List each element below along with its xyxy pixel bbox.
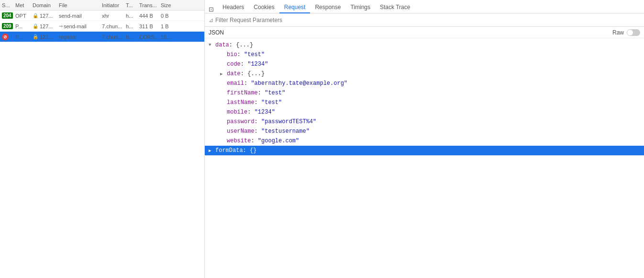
- tabs-bar: ⊡ Headers Cookies Request Response Timin…: [205, 0, 644, 13]
- filter-bar: ⊿: [205, 13, 644, 27]
- trans-cell: 311 B: [139, 23, 161, 29]
- col-header-file: File: [59, 2, 102, 8]
- domain-cell: 🔒 127...: [33, 34, 59, 40]
- file-cell: send-mail: [59, 13, 102, 19]
- status-cell: 204: [2, 12, 15, 19]
- json-tree-line: ▶ password : "passwordTEST%4": [205, 117, 644, 127]
- json-tree-line: ▶ bio : "test": [205, 50, 644, 59]
- domain-text: 127...: [40, 13, 53, 19]
- raw-toggle-area: Raw: [612, 29, 640, 36]
- json-brace: {...}: [247, 70, 265, 77]
- json-brace: {...}: [236, 42, 253, 48]
- domain-text: 127...: [40, 23, 53, 29]
- filter-input[interactable]: [215, 17, 640, 23]
- size-cell: 0 B: [161, 13, 179, 19]
- json-tree-line: ▶ firstName : "test": [205, 88, 644, 98]
- json-key: mobile: [227, 109, 247, 116]
- json-value: "google.com": [258, 138, 299, 144]
- col-header-type: T...: [126, 2, 139, 8]
- json-label: JSON: [209, 29, 224, 36]
- json-value: "test": [265, 90, 285, 96]
- json-tree-line: ▶ date : {...}: [205, 69, 644, 79]
- json-tree-line: ▶ lastName : "test": [205, 98, 644, 107]
- json-key: email: [227, 80, 244, 87]
- file-cell: ⇒ send-mail: [59, 23, 102, 29]
- json-colon: :: [237, 51, 244, 58]
- status-cell: ⊘: [2, 34, 15, 40]
- tab-stacktrace[interactable]: Stack Trace: [375, 2, 415, 13]
- json-colon: :: [251, 138, 257, 144]
- size-cell: 1 B: [161, 23, 179, 29]
- domain-text: 127...: [40, 34, 53, 40]
- table-row[interactable]: 209 P... 🔒 127... ⇒ send-mail 7.chun... …: [0, 21, 204, 32]
- json-colon: :: [258, 90, 265, 96]
- json-value: "passwordTEST%4": [261, 118, 316, 125]
- json-key: userName: [227, 128, 255, 135]
- json-key: date: [227, 70, 241, 77]
- type-cell: h...: [126, 13, 139, 19]
- json-key: formData: [215, 147, 243, 154]
- table-row[interactable]: ⊘ P... 🔒 127... register 7.chun... h... …: [0, 32, 204, 42]
- init-cell: xhr: [102, 13, 126, 19]
- tab-headers[interactable]: Headers: [218, 2, 249, 13]
- json-key: code: [227, 61, 241, 68]
- type-cell: h...: [126, 34, 139, 40]
- expand-arrow[interactable]: ▼: [209, 43, 215, 47]
- json-key: bio: [227, 51, 237, 58]
- json-tree-line-selected: ▶ formData : {}: [205, 146, 644, 155]
- json-value: "abernathy.tate@example.org": [251, 80, 347, 87]
- file-cell: register: [59, 34, 102, 40]
- json-key: website: [227, 138, 251, 144]
- status-badge: 209: [2, 23, 13, 29]
- init-cell: 7.chun...: [102, 34, 126, 40]
- table-row[interactable]: 204 OPT 🔒 127... send-mail xhr h... 444 …: [0, 11, 204, 21]
- col-header-method: Met: [15, 2, 33, 8]
- lock-icon: 🔒: [33, 34, 38, 39]
- lock-icon: 🔒: [33, 23, 38, 29]
- domain-cell: 🔒 127...: [33, 13, 59, 19]
- json-key: data: [215, 42, 229, 48]
- expand-arrow[interactable]: ▶: [220, 71, 227, 77]
- expand-arrow[interactable]: ▶: [209, 148, 215, 153]
- tab-timings[interactable]: Timings: [345, 2, 375, 13]
- raw-toggle[interactable]: [627, 29, 640, 36]
- col-header-domain: Domain: [33, 2, 59, 8]
- json-key: password: [227, 118, 255, 125]
- json-tree-line: ▶ mobile : "1234": [205, 107, 644, 117]
- network-panel: S... Met Domain File Initiator T... Tran…: [0, 0, 205, 278]
- col-header-status: S...: [2, 2, 15, 8]
- lock-icon: 🔒: [33, 13, 38, 18]
- json-colon: :: [247, 109, 254, 116]
- method-cell: OPT: [15, 13, 33, 19]
- json-colon: :: [255, 128, 261, 135]
- method-cell: P...: [15, 34, 33, 40]
- trans-cell: CORS...: [139, 34, 161, 40]
- blocked-icon: ⊘: [2, 34, 9, 40]
- json-colon: :: [255, 118, 261, 125]
- status-badge: 204: [2, 12, 13, 19]
- tab-cookies[interactable]: Cookies: [249, 2, 279, 13]
- table-header: S... Met Domain File Initiator T... Tran…: [0, 0, 204, 11]
- json-value: "test": [261, 99, 282, 106]
- col-header-size: Size: [161, 2, 179, 8]
- json-tree-line: ▶ email : "abernathy.tate@example.org": [205, 79, 644, 88]
- json-colon: :: [244, 80, 251, 87]
- json-tree-line: ▶ code : "1234": [205, 59, 644, 69]
- json-value: "testusername": [261, 128, 310, 135]
- redirect-icon: ⇒: [59, 23, 63, 29]
- col-header-init: Initiator: [102, 2, 126, 8]
- json-colon: :: [241, 61, 247, 68]
- json-tree-line: ▶ userName : "testusername": [205, 127, 644, 136]
- json-colon: :: [229, 42, 236, 48]
- json-colon: :: [241, 70, 247, 77]
- json-colon: :: [255, 99, 261, 106]
- json-tree-line: ▼ data : {...}: [205, 40, 644, 50]
- json-key: lastName: [227, 99, 255, 106]
- file-text: send-mail: [64, 23, 87, 29]
- detail-panel: ⊡ Headers Cookies Request Response Timin…: [205, 0, 644, 278]
- json-value: "test": [244, 51, 265, 58]
- tab-request[interactable]: Request: [279, 2, 311, 13]
- col-header-trans: Trans...: [139, 2, 161, 8]
- json-tree-line: ▶ website : "google.com": [205, 136, 644, 146]
- tab-response[interactable]: Response: [310, 2, 345, 13]
